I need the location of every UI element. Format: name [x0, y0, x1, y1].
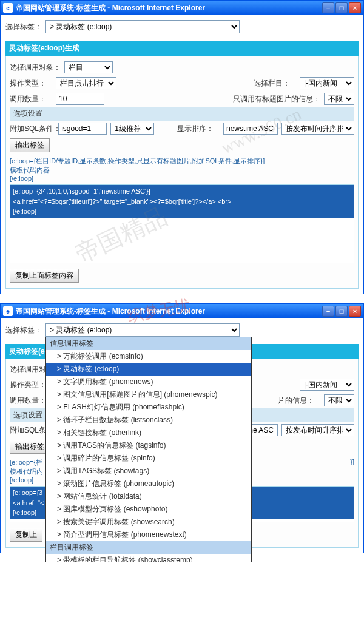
dropdown-item[interactable]: > 带模板的栏目导航标签 (showclasstemp)	[46, 554, 251, 562]
window-title: 帝国网站管理系统-标签生成 - Microsoft Internet Explo…	[16, 3, 322, 13]
panel-body: 选择调用对象： 栏目 操作类型： 栏目点击排行 选择栏目： |-国内新闻 调用数…	[5, 56, 359, 289]
dropdown-item[interactable]: > 文字调用标签 (phomenews)	[46, 376, 251, 388]
copy-button[interactable]: 复制上	[10, 528, 42, 542]
code-line-1: [e:loop={34,10,1,0,'isgood=1','newstime …	[13, 186, 351, 197]
code-line-2: <a href="<?=$bqsr['titleurl']?>" target=…	[13, 197, 351, 207]
tag-select[interactable]: > 灵动标签 (e:loop)	[46, 323, 240, 337]
dropdown-group-header: 栏目调用标签	[46, 541, 251, 554]
optype-label: 操作类型：	[10, 78, 52, 89]
window-1: e 帝国网站管理系统-标签生成 - Microsoft Internet Exp…	[0, 0, 364, 294]
pic-label: 只调用有标题图片的信息：	[233, 94, 320, 104]
dropdown-item[interactable]: > 调用碎片的信息标签 (spinfo)	[46, 452, 251, 465]
dropdown-item[interactable]: > 图库模型分页标签 (eshowphoto)	[46, 503, 251, 516]
option-header: 选项设置	[10, 107, 354, 121]
dropdown-item[interactable]: > 灵动标签 (e:loop)	[46, 363, 251, 376]
dropdown-item[interactable]: > 图文信息调用[标题图片的信息] (phomenewspic)	[46, 388, 251, 401]
pic-select[interactable]: 不限	[324, 394, 354, 406]
window-buttons: – □ ×	[322, 2, 361, 13]
col-label: 选择栏目：	[254, 78, 296, 89]
panel-header: 灵动标签(e:loop)生成	[5, 41, 359, 56]
col-select[interactable]: |-国内新闻	[300, 379, 354, 391]
select-tag-label: 选择标签：	[5, 22, 42, 32]
maximize-button[interactable]: □	[335, 306, 348, 317]
titlebar[interactable]: e 帝国网站管理系统-标签生成 - Microsoft Internet Exp…	[1, 1, 363, 15]
output-button[interactable]: 输出标签	[10, 138, 50, 152]
minimize-button[interactable]: –	[322, 306, 334, 317]
sql-note-select[interactable]: 1级推荐	[110, 123, 153, 135]
dropdown-group-header: 信息调用标签	[46, 337, 251, 350]
pic-label: 片的信息：	[278, 396, 320, 406]
content-area: 选择标签： > 灵动标签 (e:loop) 信息调用标签 > 万能标签调用 (e…	[1, 318, 363, 553]
minimize-button[interactable]: –	[322, 2, 334, 13]
col-select[interactable]: |-国内新闻	[300, 77, 354, 89]
window-2: e 帝国网站管理系统-标签生成 - Microsoft Internet Exp…	[0, 303, 364, 553]
sort-label: 显示排序：	[177, 124, 220, 134]
select-tag-label: 选择标签：	[5, 325, 42, 335]
dropdown-item[interactable]: > 滚动图片信息标签 (phomeautopic)	[46, 477, 251, 490]
sql-label: 附加SQL条件：	[10, 124, 55, 134]
dropdown-item[interactable]: > 搜索关键字调用标签 (showsearch)	[46, 516, 251, 528]
sql-input[interactable]	[58, 123, 107, 135]
count-input[interactable]	[56, 93, 104, 105]
titlebar[interactable]: e 帝国网站管理系统-标签生成 - Microsoft Internet Exp…	[1, 304, 363, 318]
dropdown-item[interactable]: > 循环子栏目数据标签 (listsonclass)	[46, 414, 251, 426]
target-select[interactable]: 栏目	[64, 61, 113, 73]
tag-select[interactable]: > 灵动标签 (e:loop)	[46, 20, 240, 33]
dropdown-item[interactable]: > 简介型调用信息标签 (phomenewstext)	[46, 528, 251, 541]
dropdown-item[interactable]: > FLASH幻灯信息调用 (phomeflashpic)	[46, 401, 251, 414]
template-desc: [e:loop={栏目ID/专题ID,显示条数,操作类型,只显示有标题图片,附加…	[10, 154, 354, 184]
ie-icon: e	[3, 3, 13, 13]
output-button[interactable]: 输出标签	[10, 440, 50, 454]
sort-note-select[interactable]: 按发布时间升序排序	[281, 424, 354, 436]
close-button[interactable]: ×	[349, 306, 361, 317]
dropdown-item[interactable]: > 相关链接标签 (otherlink)	[46, 426, 251, 439]
copy-button[interactable]: 复制上面标签内容	[10, 269, 79, 283]
sort-input[interactable]	[223, 123, 278, 135]
ie-icon: e	[3, 306, 13, 316]
dropdown-item[interactable]: > 万能标签调用 (ecmsinfo)	[46, 350, 251, 363]
dropdown-item[interactable]: > 网站信息统计 (totaldata)	[46, 490, 251, 503]
window-title: 帝国网站管理系统-标签生成 - Microsoft Internet Explo…	[16, 306, 322, 317]
dropdown-item[interactable]: > 调用TAGS的信息标签 (tagsinfo)	[46, 439, 251, 452]
pic-select[interactable]: 不限	[324, 93, 354, 105]
content-area: 选择标签： > 灵动标签 (e:loop) 灵动标签(e:loop)生成 选择调…	[1, 15, 363, 294]
target-label: 选择调用对象：	[10, 62, 61, 73]
close-button[interactable]: ×	[349, 2, 361, 13]
dropdown-item[interactable]: > 调用TAGS标签 (showtags)	[46, 465, 251, 477]
maximize-button[interactable]: □	[335, 2, 348, 13]
code-output[interactable]: [e:loop={34,10,1,0,'isgood=1','newstime …	[10, 184, 354, 263]
sort-note-select[interactable]: 按发布时间升序排序	[281, 123, 354, 135]
optype-select[interactable]: 栏目点击排行	[56, 77, 116, 89]
count-label: 调用数量：	[10, 94, 52, 104]
tag-dropdown-list[interactable]: 信息调用标签 > 万能标签调用 (ecmsinfo) > 灵动标签 (e:loo…	[46, 337, 252, 562]
code-line-3: [/e:loop]	[13, 206, 351, 217]
window-buttons: – □ ×	[322, 306, 361, 317]
